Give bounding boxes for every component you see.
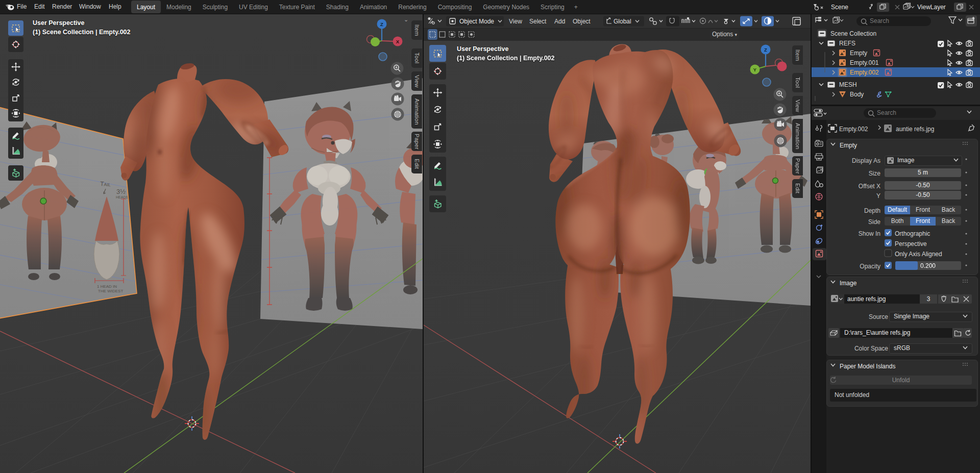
svg-text:Z: Z [764,47,767,53]
svg-text:View: View [509,18,522,25]
svg-text:Add: Add [554,18,565,25]
svg-text:1 HEAD IN: 1 HEAD IN [97,284,117,289]
svg-text:3½: 3½ [116,188,126,195]
svg-text:Object: Object [573,18,591,25]
svg-text:0.200: 0.200 [920,262,936,269]
svg-text:Y: Y [753,67,757,72]
svg-text:ViewLayer: ViewLayer [917,4,946,11]
svg-text:Scene: Scene [831,4,848,11]
svg-text:Select: Select [529,18,547,25]
svg-text:THE WIDEST: THE WIDEST [98,289,123,293]
svg-text:Object Mode: Object Mode [459,18,494,25]
svg-text:Global: Global [614,18,631,25]
svg-text:HEADS: HEADS [116,195,128,199]
